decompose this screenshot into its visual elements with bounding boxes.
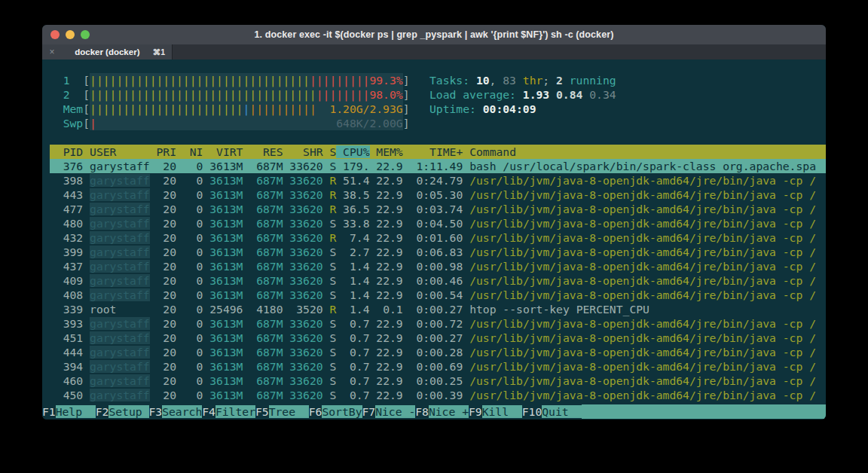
cell-pri: 20 — [157, 360, 177, 373]
cell-virt: 3613M — [203, 346, 243, 359]
process-row[interactable]: 451 garystaff 20 0 3613M 687M 33620 S 0.… — [50, 331, 826, 345]
cell-user: garystaff — [90, 174, 150, 187]
cell-state: S — [323, 217, 337, 230]
fkey-f1[interactable]: F1Help — [42, 404, 96, 419]
meter-label: 1 — [50, 74, 83, 87]
meter-bars: |||||||||||||||||||||||||||||||||| — [90, 102, 316, 116]
tasks-line: Tasks: 10, 83 thr; 2 running — [429, 73, 616, 87]
cell-pri: 20 — [157, 374, 177, 387]
cell-command: /usr/lib/jvm/java-8-openjdk-amd64/jre/bi… — [463, 317, 816, 330]
window-titlebar[interactable]: 1. docker exec -it $(docker ps | grep _p… — [42, 25, 826, 44]
process-row[interactable]: 444 garystaff 20 0 3613M 687M 33620 S 0.… — [50, 345, 826, 359]
process-row[interactable]: 393 garystaff 20 0 3613M 687M 33620 S 0.… — [50, 316, 826, 331]
cell-shr: 33620 — [283, 274, 323, 287]
cell-ni: 0 — [176, 260, 203, 273]
cell-time: 0:00.69 — [403, 360, 463, 373]
cell-time: 0:00.28 — [403, 346, 463, 359]
col-header-state: S — [323, 145, 337, 158]
fkey-f5[interactable]: F5Tree — [255, 404, 309, 419]
cell-command: /usr/lib/jvm/java-8-openjdk-amd64/jre/bi… — [463, 217, 816, 230]
tab-shortcut-badge: ⌘1 — [153, 47, 172, 56]
cell-mem: 22.9 — [370, 288, 403, 301]
cell-shr: 33620 — [283, 389, 323, 401]
cell-cpu: 1.4 — [336, 288, 369, 301]
cell-pri: 20 — [157, 389, 177, 401]
process-row[interactable]: 443 garystaff 20 0 3613M 687M 33620 R 38… — [50, 188, 826, 202]
process-row[interactable]: 339 root 20 0 25496 4180 3520 R 1.4 0.1 … — [50, 302, 826, 316]
tab-close-icon[interactable]: × — [42, 47, 62, 57]
cell-virt: 3613M — [203, 288, 243, 301]
process-row[interactable]: 394 garystaff 20 0 3613M 687M 33620 S 0.… — [50, 359, 826, 374]
process-row[interactable]: 450 garystaff 20 0 3613M 687M 33620 S 0.… — [50, 388, 826, 402]
process-row[interactable]: 398 garystaff 20 0 3613M 687M 33620 R 51… — [50, 173, 826, 188]
close-window-button[interactable] — [50, 30, 60, 39]
uptime-line: Uptime: 00:04:09 — [429, 102, 616, 116]
cell-virt: 3613M — [203, 174, 243, 187]
col-header-mem: MEM% — [370, 145, 403, 158]
meter-bars: ||||||||||||||||||||||||||||||||||||||||… — [90, 73, 369, 87]
process-row[interactable]: 460 garystaff 20 0 3613M 687M 33620 S 0.… — [50, 374, 826, 388]
tab-docker[interactable]: × docker (docker) ⌘1 — [42, 44, 173, 60]
fkey-f6[interactable]: F6SortBy — [309, 404, 362, 419]
process-row[interactable]: 409 garystaff 20 0 3613M 687M 33620 S 1.… — [50, 273, 826, 288]
fkey-f10[interactable]: F10Quit — [522, 404, 582, 419]
cell-state: S — [323, 374, 337, 387]
function-key-bar: F1Help F2Setup F3SearchF4FilterF5Tree F6… — [42, 404, 826, 419]
meter-row-swp: Swp[|648K/2.00G] — [50, 116, 826, 130]
cell-shr: 33620 — [283, 203, 323, 215]
cell-command: /usr/lib/jvm/java-8-openjdk-amd64/jre/bi… — [463, 288, 816, 301]
process-table-header[interactable]: PID USER PRI NI VIRT RES SHR S CPU% MEM%… — [50, 145, 826, 159]
cell-res: 687M — [243, 274, 283, 287]
cell-state: S — [323, 260, 337, 273]
cell-res: 687M — [243, 203, 283, 215]
process-row-selected[interactable]: 376 garystaff 20 0 3613M 687M 33620 S 17… — [50, 159, 826, 173]
process-row[interactable]: 437 garystaff 20 0 3613M 687M 33620 S 1.… — [50, 259, 826, 273]
fkey-f7[interactable]: F7Nice - — [362, 404, 416, 419]
fkey-f3[interactable]: F3Search — [149, 404, 203, 419]
cell-cpu: 1.4 — [336, 260, 369, 273]
cell-cpu: 1.4 — [336, 303, 369, 316]
cell-res: 687M — [243, 160, 283, 172]
fkey-action-label: Setup — [108, 405, 148, 418]
fkey-f8[interactable]: F8Nice + — [415, 404, 469, 419]
meter-bars: ||||||||||||||||||||||||||||||||||||||||… — [90, 87, 369, 102]
fkey-f9[interactable]: F9Kill — [469, 404, 522, 419]
fkey-f2[interactable]: F2Setup — [96, 404, 149, 419]
col-header-user: USER — [83, 145, 156, 158]
fkey-action-label: Quit — [542, 405, 582, 418]
cell-time: 0:00.54 — [403, 288, 463, 301]
cell-mem: 22.9 — [370, 231, 403, 244]
cell-state: R — [323, 203, 337, 215]
cell-pid: 460 — [50, 374, 83, 387]
cell-user: garystaff — [90, 374, 150, 387]
cell-user: garystaff — [90, 360, 150, 373]
zoom-window-button[interactable] — [81, 30, 90, 39]
cell-user: garystaff — [90, 288, 150, 301]
cell-mem: 22.9 — [370, 360, 403, 373]
process-row[interactable]: 408 garystaff 20 0 3613M 687M 33620 S 1.… — [50, 288, 826, 302]
desktop-background: 1. docker exec -it $(docker ps | grep _p… — [0, 0, 868, 473]
cell-pri: 20 — [157, 317, 177, 330]
cell-command: /usr/lib/jvm/java-8-openjdk-amd64/jre/bi… — [463, 231, 816, 244]
cell-cpu: 33.8 — [336, 217, 369, 230]
fkey-number: F8 — [415, 405, 429, 418]
cell-command: /usr/lib/jvm/java-8-openjdk-amd64/jre/bi… — [463, 274, 816, 287]
process-row[interactable]: 432 garystaff 20 0 3613M 687M 33620 R 7.… — [50, 230, 826, 245]
cell-mem: 22.9 — [370, 346, 403, 359]
minimize-window-button[interactable] — [66, 30, 75, 39]
cell-res: 687M — [243, 217, 283, 230]
meter-open-bracket: [ — [83, 74, 90, 87]
fkey-number: F10 — [522, 405, 542, 418]
fkey-number: F3 — [149, 405, 163, 418]
cell-user: garystaff — [90, 274, 150, 287]
process-row[interactable]: 480 garystaff 20 0 3613M 687M 33620 S 33… — [50, 216, 826, 230]
fkey-f4[interactable]: F4Filter — [202, 404, 255, 419]
process-row[interactable]: 477 garystaff 20 0 3613M 687M 33620 R 36… — [50, 202, 826, 216]
cell-user: garystaff — [90, 188, 150, 201]
cell-res: 687M — [243, 374, 283, 387]
cell-state: R — [323, 303, 337, 316]
cell-res: 687M — [243, 174, 283, 187]
cell-pri: 20 — [157, 203, 177, 215]
process-row[interactable]: 399 garystaff 20 0 3613M 687M 33620 S 2.… — [50, 245, 826, 259]
meter-open-bracket: [ — [83, 88, 90, 101]
